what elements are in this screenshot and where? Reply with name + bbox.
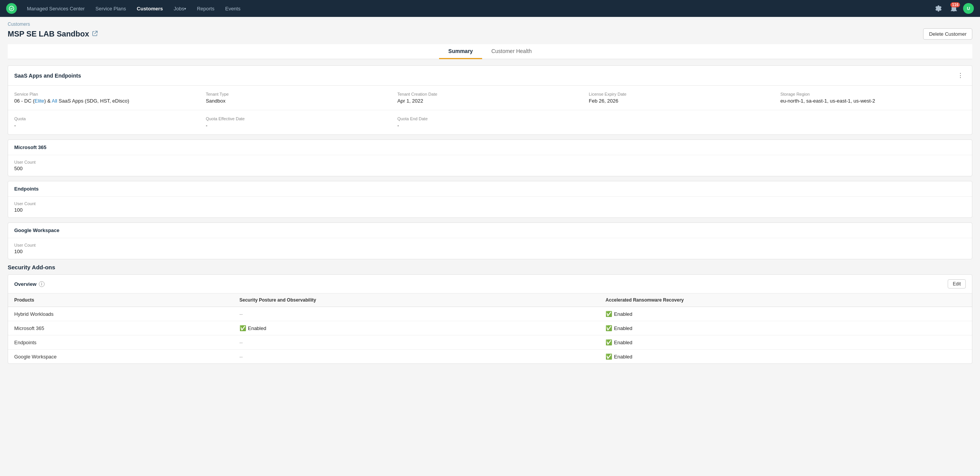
nav-events[interactable]: Events (220, 0, 246, 17)
col-ransomware: Accelerated Ransomware Recovery (599, 294, 972, 307)
check-icon: ✅ (606, 353, 612, 360)
security-cell: -- (233, 350, 599, 364)
nav-reports[interactable]: Reports (191, 0, 220, 17)
security-cell: -- (233, 335, 599, 350)
elite-link[interactable]: Elite (35, 98, 44, 104)
ransomware-cell: ✅Enabled (599, 335, 972, 350)
tenant-creation-field: Tenant Creation Date Apr 1, 2022 (397, 92, 582, 104)
check-icon: ✅ (606, 339, 612, 345)
google-workspace-body: User Count 100 (8, 238, 972, 259)
quota-effective-label: Quota Effective Date (206, 116, 391, 121)
notifications-button[interactable]: 116 (948, 2, 960, 15)
table-row: Hybrid Workloads--✅Enabled (8, 307, 972, 321)
license-expiry-value: Feb 26, 2026 (589, 98, 774, 104)
tab-summary[interactable]: Summary (439, 44, 482, 59)
google-workspace-title: Google Workspace (8, 223, 972, 238)
ransomware-enabled: ✅Enabled (606, 353, 966, 360)
security-dash: -- (240, 340, 243, 345)
security-addons-heading: Security Add-ons (8, 264, 972, 270)
microsoft365-user-count-value: 500 (14, 166, 966, 171)
tab-customer-health[interactable]: Customer Health (482, 44, 541, 59)
ransomware-cell: ✅Enabled (599, 321, 972, 335)
ransomware-enabled: ✅Enabled (606, 311, 966, 317)
service-plan-label: Service Plan (14, 92, 200, 96)
app-logo (6, 3, 17, 14)
nav-customers[interactable]: Customers (131, 0, 168, 17)
saas-title: SaaS Apps and Endpoints (14, 73, 81, 79)
storage-region-label: Storage Region (780, 92, 966, 96)
quota-effective-value: - (206, 123, 391, 128)
security-enabled: ✅Enabled (240, 325, 593, 331)
endpoints-title: Endpoints (8, 181, 972, 197)
page-title-row: MSP SE LAB Sandbox (8, 30, 98, 38)
product-cell: Microsoft 365 (8, 321, 233, 335)
product-cell: Google Workspace (8, 350, 233, 364)
security-cell: -- (233, 307, 599, 321)
saas-info-grid: Service Plan 06 - DC (Elite) & All SaaS … (8, 86, 972, 110)
quota-end-field: Quota End Date - (397, 116, 582, 128)
service-plan-field: Service Plan 06 - DC (Elite) & All SaaS … (14, 92, 200, 104)
delete-customer-button[interactable]: Delete Customer (923, 28, 972, 40)
tenant-type-value: Sandbox (206, 98, 391, 104)
microsoft365-body: User Count 500 (8, 155, 972, 176)
service-plan-value: 06 - DC (Elite) & All SaaS Apps (SDG, HS… (14, 98, 200, 104)
license-expiry-field: License Expiry Date Feb 26, 2026 (589, 92, 774, 104)
google-workspace-user-count-value: 100 (14, 249, 966, 254)
microsoft365-title: Microsoft 365 (8, 140, 972, 155)
settings-button[interactable] (932, 2, 945, 15)
nav-app-name: Managed Services Center (22, 0, 90, 17)
table-row: Microsoft 365✅Enabled✅Enabled (8, 321, 972, 335)
col-security: Security Posture and Observability (233, 294, 599, 307)
endpoints-user-count-value: 100 (14, 207, 966, 213)
table-row: Endpoints--✅Enabled (8, 335, 972, 350)
endpoints-body: User Count 100 (8, 197, 972, 217)
notification-badge: 116 (950, 2, 960, 7)
user-avatar[interactable]: U (963, 3, 974, 14)
nav-jobs[interactable]: Jobs (168, 0, 191, 17)
check-icon: ✅ (240, 325, 246, 331)
ransomware-cell: ✅Enabled (599, 350, 972, 364)
product-cell: Hybrid Workloads (8, 307, 233, 321)
navbar: Managed Services Center Service Plans Cu… (0, 0, 980, 17)
saas-more-button[interactable]: ⋮ (955, 71, 966, 80)
ransomware-enabled: ✅Enabled (606, 325, 966, 331)
nav-service-plans[interactable]: Service Plans (90, 0, 131, 17)
page-content: Customers MSP SE LAB Sandbox Delete Cust… (0, 17, 980, 372)
quota-label: Quota (14, 116, 200, 121)
saas-quota-grid: Quota - Quota Effective Date - Quota End… (8, 110, 972, 134)
google-workspace-card: Google Workspace User Count 100 (8, 222, 972, 259)
breadcrumb: Customers (8, 22, 972, 27)
tabs-container: Summary Customer Health (8, 44, 972, 59)
tenant-type-field: Tenant Type Sandbox (206, 92, 391, 104)
storage-region-value: eu-north-1, sa-east-1, us-east-1, us-wes… (780, 98, 966, 104)
tenant-creation-value: Apr 1, 2022 (397, 98, 582, 104)
security-dash: -- (240, 311, 243, 317)
quota-effective-field: Quota Effective Date - (206, 116, 391, 128)
quota-end-label: Quota End Date (397, 116, 582, 121)
check-icon: ✅ (606, 325, 612, 331)
product-cell: Endpoints (8, 335, 233, 350)
overview-title-text: Overview (14, 281, 37, 287)
saas-card-header: SaaS Apps and Endpoints ⋮ (8, 66, 972, 86)
navbar-right: 116 U (932, 2, 974, 15)
security-table: Products Security Posture and Observabil… (8, 294, 972, 363)
google-workspace-user-count-label: User Count (14, 243, 966, 247)
overview-edit-button[interactable]: Edit (948, 279, 966, 289)
quota-field: Quota - (14, 116, 200, 128)
col-products: Products (8, 294, 233, 307)
ransomware-cell: ✅Enabled (599, 307, 972, 321)
tenant-creation-label: Tenant Creation Date (397, 92, 582, 96)
table-header-row: Products Security Posture and Observabil… (8, 294, 972, 307)
microsoft365-user-count-label: User Count (14, 160, 966, 164)
microsoft365-card: Microsoft 365 User Count 500 (8, 139, 972, 176)
all-link[interactable]: All (52, 98, 57, 104)
overview-info-icon[interactable]: i (39, 281, 45, 287)
external-link-icon[interactable] (92, 31, 98, 37)
endpoints-user-count-label: User Count (14, 201, 966, 206)
security-dash: -- (240, 354, 243, 360)
check-icon: ✅ (606, 311, 612, 317)
overview-header: Overview i Edit (8, 275, 972, 294)
storage-region-field: Storage Region eu-north-1, sa-east-1, us… (780, 92, 966, 104)
endpoints-card: Endpoints User Count 100 (8, 181, 972, 218)
page-title: MSP SE LAB Sandbox (8, 30, 89, 38)
